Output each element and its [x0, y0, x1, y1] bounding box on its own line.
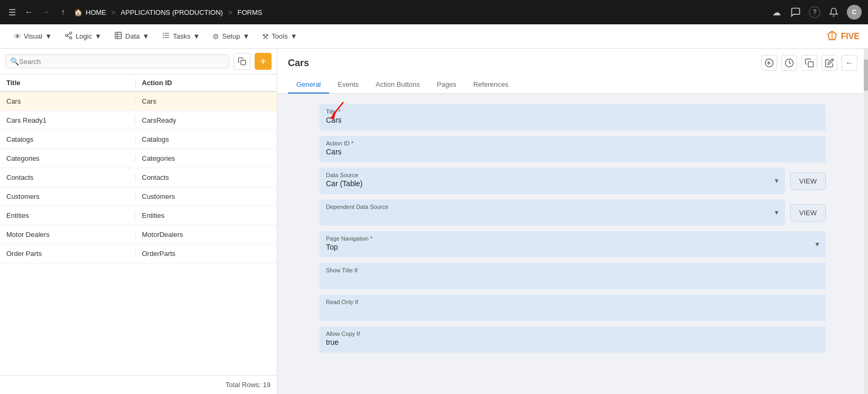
close-icon[interactable]: ←	[842, 55, 857, 71]
logic-label: Logic	[76, 32, 92, 40]
svg-line-3	[68, 36, 70, 38]
duplicate-icon[interactable]	[801, 55, 817, 71]
bell-icon[interactable]	[828, 6, 839, 18]
history-back-icon[interactable]	[761, 55, 777, 71]
setup-menu[interactable]: ⚙ Setup ▼	[207, 29, 255, 44]
table-row[interactable]: Cars Ready1 CarsReady	[0, 111, 277, 130]
data-source-field[interactable]: Data Source Car (Table) ▼	[320, 168, 785, 194]
title-label: Title *	[326, 108, 819, 115]
help-icon[interactable]: ?	[809, 6, 820, 18]
clock-icon[interactable]	[781, 55, 797, 71]
svg-point-2	[70, 37, 72, 39]
up-icon[interactable]: ↑	[57, 6, 69, 18]
content-area: Cars ← Gener	[277, 49, 868, 394]
copy-button[interactable]	[234, 53, 250, 70]
row-action-id: Contacts	[135, 173, 271, 181]
table-row[interactable]: Motor Dealers MotorDealers	[0, 225, 277, 244]
search-input[interactable]	[19, 58, 225, 66]
allow-copy-value: true	[326, 338, 819, 349]
table-row[interactable]: Contacts Contacts	[0, 168, 277, 187]
row-title: Order Parts	[6, 250, 135, 258]
action-id-field-group: Action ID * Cars	[320, 136, 826, 162]
visual-label: Visual	[24, 32, 42, 40]
svg-line-4	[68, 33, 70, 35]
right-scrollbar[interactable]	[864, 49, 868, 394]
table-row[interactable]: Order Parts OrderParts	[0, 244, 277, 263]
allow-copy-field[interactable]: Allow Copy If true	[320, 326, 826, 353]
total-rows: Total Rows: 19	[226, 381, 270, 389]
search-icon: 🔍	[10, 57, 19, 66]
logic-menu[interactable]: Logic ▼	[59, 28, 107, 44]
forms-link[interactable]: FORMS	[238, 8, 263, 16]
row-action-id: Catalogs	[135, 135, 271, 143]
dependent-source-dropdown-icon: ▼	[773, 209, 780, 216]
row-action-id: CarsReady	[135, 116, 271, 124]
read-only-field-group: Read Only If	[320, 295, 826, 321]
row-title: Cars	[6, 97, 135, 105]
dependent-source-label: Dependent Data Source	[326, 204, 779, 210]
row-action-id: OrderParts	[135, 250, 271, 258]
dependent-source-field[interactable]: Dependent Data Source ▼	[320, 199, 785, 226]
add-button[interactable]: +	[255, 53, 272, 70]
row-action-id: MotorDealers	[135, 231, 271, 239]
show-title-field[interactable]: Show Title If	[320, 263, 826, 289]
svg-point-0	[70, 32, 72, 34]
row-action-id: Customers	[135, 193, 271, 200]
visual-menu[interactable]: 👁 Visual ▼	[8, 29, 57, 44]
action-id-label: Action ID *	[326, 140, 819, 146]
page-nav-field[interactable]: Page Navigation * Top ▼	[320, 231, 826, 258]
page-nav-value: Top	[326, 243, 819, 253]
menubar-left: 👁 Visual ▼ Logic ▼ Data ▼ Tasks ▼ ⚙	[8, 28, 303, 44]
back-icon[interactable]: ←	[23, 6, 35, 18]
tab-references[interactable]: References	[465, 76, 517, 94]
allow-copy-label: Allow Copy If	[326, 331, 819, 337]
row-title: Cars Ready1	[6, 116, 135, 124]
data-source-row: Data Source Car (Table) ▼ VIEW	[320, 168, 826, 194]
home-link[interactable]: HOME	[86, 8, 106, 16]
data-source-view-button[interactable]: VIEW	[790, 172, 826, 190]
row-title: Motor Dealers	[6, 231, 135, 239]
tasks-menu[interactable]: Tasks ▼	[156, 28, 205, 44]
read-only-field[interactable]: Read Only If	[320, 295, 826, 321]
table-row[interactable]: Categories Categories	[0, 149, 277, 168]
edit-icon[interactable]	[822, 55, 837, 71]
svg-rect-18	[808, 62, 814, 67]
table-footer: Total Rows: 19	[0, 375, 277, 394]
setup-label: Setup	[222, 32, 240, 40]
col-action-header: Action ID	[135, 79, 271, 87]
row-title: Customers	[6, 193, 135, 200]
row-title: Categories	[6, 154, 135, 162]
five-logo-text: FIVE	[841, 32, 860, 41]
logic-caret: ▼	[95, 32, 101, 40]
scrollbar-thumb	[864, 59, 868, 91]
title-field: Title * Cars	[320, 104, 826, 131]
avatar[interactable]: C	[847, 5, 862, 20]
tools-label: Tools	[272, 32, 287, 40]
search-box[interactable]: 🔍	[5, 54, 229, 68]
col-title-header: Title	[6, 79, 135, 87]
title-value: Cars	[326, 116, 819, 126]
topbar: ☰ ← → ↑ 🏠 HOME > APPLICATIONS (PRODUCTIO…	[0, 0, 868, 24]
table-row[interactable]: Entities Entities	[0, 206, 277, 225]
tools-caret: ▼	[291, 32, 297, 40]
dependent-source-view-button[interactable]: VIEW	[790, 204, 826, 222]
forward-icon[interactable]: →	[40, 6, 52, 18]
table-row[interactable]: Customers Customers	[0, 187, 277, 206]
applications-link[interactable]: APPLICATIONS (PRODUCTION)	[121, 8, 223, 16]
chat-icon[interactable]	[790, 6, 801, 18]
table-body: Cars Cars Cars Ready1 CarsReady Catalogs…	[0, 92, 277, 375]
cloud-icon[interactable]: ☁	[771, 6, 782, 18]
table-row[interactable]: Catalogs Catalogs	[0, 130, 277, 149]
tools-menu[interactable]: ⚒ Tools ▼	[257, 29, 302, 44]
menu-icon[interactable]: ☰	[6, 6, 18, 18]
tab-action-buttons[interactable]: Action Buttons	[367, 76, 428, 94]
tab-general[interactable]: General	[288, 76, 329, 94]
table-row[interactable]: Cars Cars	[0, 92, 277, 111]
content-title-row: Cars ←	[288, 55, 857, 71]
tab-pages[interactable]: Pages	[428, 76, 465, 94]
tasks-caret: ▼	[193, 32, 200, 40]
page-nav-label: Page Navigation *	[326, 235, 819, 242]
data-label: Data	[125, 32, 139, 40]
tab-events[interactable]: Events	[329, 76, 367, 94]
data-menu[interactable]: Data ▼	[109, 28, 154, 44]
